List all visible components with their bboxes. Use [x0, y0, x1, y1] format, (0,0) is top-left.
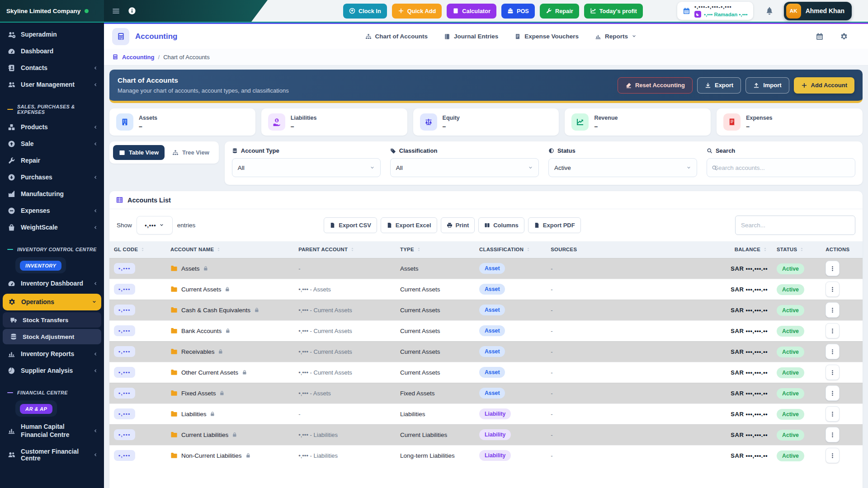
sidebar-item-operations[interactable]: Operations: [3, 294, 101, 310]
column-header-balance[interactable]: BALANCE: [712, 241, 772, 258]
pos-button[interactable]: POS: [501, 4, 535, 19]
table-row[interactable]: •,•••Cash & Cash Equivalents•,••• - Curr…: [109, 300, 863, 320]
calendar-icon[interactable]: [816, 33, 824, 41]
date-widget[interactable]: •,•••-•,•••-•,••• •,••• Ramadan •,•••: [677, 2, 753, 20]
classification-select[interactable]: All: [390, 158, 539, 177]
add-account-button[interactable]: Add Account: [794, 77, 854, 94]
repair-button[interactable]: Repair: [540, 4, 579, 19]
table-row[interactable]: •,•••Fixed Assets•,••• - AssetsFixed Ass…: [109, 383, 863, 404]
boxes-icon: [8, 123, 15, 131]
balance: SAR •••,•••.••: [712, 445, 772, 466]
column-header-account-name[interactable]: ACCOUNT NAME: [166, 241, 294, 258]
row-actions-button[interactable]: [826, 302, 840, 318]
tab-expense-vouchers[interactable]: Expense Vouchers: [514, 33, 579, 40]
table-row[interactable]: •,•••Liabilities-LiabilitiesLiability-SA…: [109, 404, 863, 424]
sidebar-item-user-management[interactable]: User Management: [0, 76, 104, 93]
page-size-select[interactable]: •,•••: [137, 216, 173, 235]
print-button[interactable]: Print: [441, 217, 475, 233]
sidebar-item-repair[interactable]: Repair: [0, 152, 104, 169]
menu-icon[interactable]: [112, 7, 120, 15]
table-row[interactable]: •,•••Non-Current Liabilities•,••• - Liab…: [109, 445, 863, 466]
quick-add-button[interactable]: Quick Add: [392, 4, 442, 19]
sidebar-item-weightscale[interactable]: WeightScale: [0, 219, 104, 236]
users-icon: [8, 81, 15, 89]
sidebar-item-manufacturing[interactable]: Manufacturing: [0, 186, 104, 202]
breadcrumb-root[interactable]: Accounting: [122, 54, 155, 61]
table-row[interactable]: •,•••Bank Accounts•,••• - Current Assets…: [109, 320, 863, 341]
page-title: Accounting: [135, 32, 178, 41]
row-actions-button[interactable]: [826, 323, 840, 338]
sidebar-item-stock-adjustment[interactable]: Stock Adjustment: [3, 329, 101, 344]
sidebar-item-products[interactable]: Products: [0, 119, 104, 136]
row-actions-button[interactable]: [826, 282, 840, 297]
sidebar-item-inventory-reports[interactable]: Inventory Reports: [0, 346, 104, 362]
info-icon[interactable]: [128, 7, 136, 15]
row-actions-button[interactable]: [826, 427, 840, 442]
table-view-toggle[interactable]: Table View: [113, 145, 165, 160]
sidebar-item-stock-transfers[interactable]: Stock Transfers: [3, 312, 101, 328]
folder-icon: [170, 265, 178, 272]
status-select[interactable]: Active: [548, 158, 697, 177]
status-badge: Active: [777, 409, 804, 420]
sidebar-badge-ar-ap[interactable]: AR & AP: [15, 400, 57, 417]
plus-icon: [801, 82, 807, 89]
dots-vertical-icon: [830, 266, 835, 272]
sitemap-icon: [172, 150, 179, 156]
notifications-bell-icon[interactable]: [765, 6, 774, 15]
table-row[interactable]: •,•••Current Assets•,••• - AssetsCurrent…: [109, 279, 863, 300]
table-row[interactable]: •,•••Other Current Assets•,••• - Current…: [109, 362, 863, 383]
clock-in-button[interactable]: Clock In: [343, 4, 387, 19]
column-header-gl-code[interactable]: GL CODE: [109, 241, 166, 258]
export-excel-button[interactable]: Export Excel: [381, 217, 437, 233]
moon-icon: [696, 12, 700, 16]
export-csv-button[interactable]: Export CSV: [324, 217, 377, 233]
export-pdf-button[interactable]: Export PDF: [528, 217, 581, 233]
tab-reports[interactable]: Reports: [595, 33, 637, 40]
sidebar-badge-inventory[interactable]: INVENTORY: [15, 257, 66, 273]
sidebar-item-purchases[interactable]: Purchases: [0, 169, 104, 186]
filter-row: Table View Tree View Account Type All: [109, 141, 863, 185]
today-s-profit-button[interactable]: Today's profit: [584, 4, 643, 19]
sidebar-item-supplier-analysis[interactable]: Supplier Analysis: [0, 362, 104, 379]
columns-button[interactable]: Columns: [478, 217, 524, 233]
row-actions-button[interactable]: [826, 344, 840, 359]
column-header-classification[interactable]: CLASSIFICATION: [475, 241, 546, 258]
sidebar-item-customer-financial-centre[interactable]: Customer Financial Centre: [0, 444, 104, 466]
table-row[interactable]: •,•••Current Liabilities•,••• - Liabilit…: [109, 424, 863, 445]
folder-icon: [170, 327, 178, 334]
table-header-row: GL CODEACCOUNT NAMEPARENT ACCOUNTTYPECLA…: [109, 241, 863, 258]
account-type-select[interactable]: All: [232, 158, 381, 177]
column-header-status[interactable]: STATUS: [772, 241, 821, 258]
table-row[interactable]: •,•••Assets-AssetsAsset-SAR •••,•••.••Ac…: [109, 258, 863, 279]
accounts-search-input[interactable]: [707, 159, 855, 177]
sidebar-item-dashboard[interactable]: Dashboard: [0, 43, 104, 60]
row-actions-button[interactable]: [826, 448, 840, 463]
export-button[interactable]: Export: [697, 77, 741, 94]
reset-accounting-button[interactable]: Reset Accounting: [618, 77, 693, 94]
column-header-type[interactable]: TYPE: [396, 241, 475, 258]
sidebar-item-human-capital-financial-centre[interactable]: Human Capital Financial Centre: [0, 418, 104, 444]
import-button[interactable]: Import: [745, 77, 789, 94]
dots-vertical-icon: [830, 432, 835, 438]
row-actions-button[interactable]: [826, 261, 840, 276]
sidebar-item-sale[interactable]: Sale: [0, 136, 104, 152]
tab-chart-of-accounts[interactable]: Chart of Accounts: [365, 33, 428, 40]
sidebar-item-superadmin[interactable]: Superadmin: [0, 26, 104, 43]
parent-account: -: [298, 411, 300, 418]
sidebar-section-sales-purchases-expenses: SALES, PURCHASES & EXPENSES: [7, 104, 97, 115]
column-header-parent-account[interactable]: PARENT ACCOUNT: [294, 241, 396, 258]
calculator-button[interactable]: Calculator: [447, 4, 496, 19]
sidebar-item-contacts[interactable]: Contacts: [0, 60, 104, 76]
sidebar-item-expenses[interactable]: Expenses: [0, 202, 104, 219]
sources: -: [551, 286, 552, 293]
row-actions-button[interactable]: [826, 365, 840, 380]
row-actions-button[interactable]: [826, 406, 840, 422]
user-menu[interactable]: AK Ahmed Khan: [784, 2, 852, 20]
gear-icon[interactable]: [840, 33, 848, 41]
table-row[interactable]: •,•••Receivables•,••• - Current AssetsCu…: [109, 341, 863, 362]
table-search-input[interactable]: [735, 216, 855, 235]
sidebar-item-inventory-dashboard[interactable]: Inventory Dashboard: [0, 275, 104, 292]
row-actions-button[interactable]: [826, 385, 840, 401]
tree-view-toggle[interactable]: Tree View: [166, 145, 215, 160]
tab-journal-entries[interactable]: Journal Entries: [444, 33, 498, 40]
